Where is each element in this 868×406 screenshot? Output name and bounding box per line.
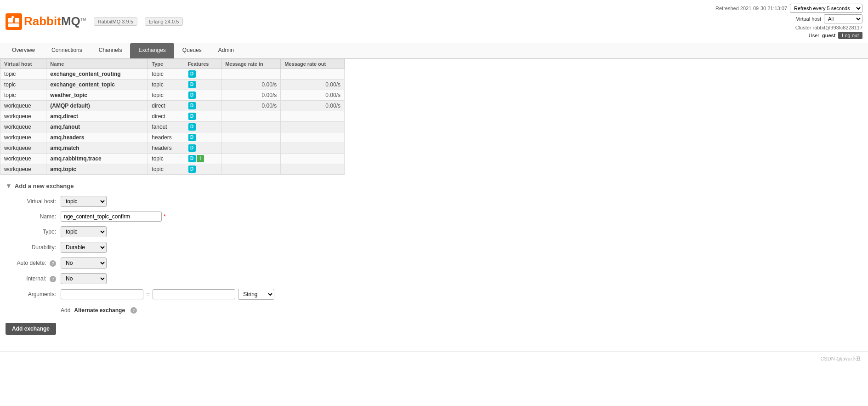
cell-name[interactable]: amq.topic xyxy=(50,166,76,172)
cell-rate-in xyxy=(221,111,281,122)
auto-delete-help[interactable]: ? xyxy=(50,260,56,267)
cell-features: D xyxy=(184,90,221,101)
args-eq: = xyxy=(146,291,150,298)
cell-rate-in xyxy=(221,154,281,164)
alternate-exchange-help[interactable]: ? xyxy=(130,307,137,314)
vhost-select[interactable]: All/topicworkqueue xyxy=(824,14,862,23)
cell-type: topic xyxy=(148,80,184,90)
arguments-form-row: Arguments: = StringNumberBoolean xyxy=(6,289,862,300)
nav-item-exchanges[interactable]: Exchanges xyxy=(130,43,174,58)
table-row: topicexchange_content_topictopicD0.00/s0… xyxy=(0,80,345,90)
cell-rate-out: 0.00/s xyxy=(281,101,345,111)
cell-type: direct xyxy=(148,101,184,111)
cell-name[interactable]: amq.direct xyxy=(50,113,78,120)
cell-type: topic xyxy=(148,154,184,164)
cell-type: fanout xyxy=(148,122,184,132)
required-star: * xyxy=(164,213,166,220)
nav-item-channels[interactable]: Channels xyxy=(91,43,130,58)
durability-form-select[interactable]: DurableTransient xyxy=(61,242,107,253)
cluster-row: Cluster rabbit@993fc8228117 xyxy=(795,25,862,30)
cell-name[interactable]: exchange_content_topic xyxy=(50,81,115,88)
args-type-select[interactable]: StringNumberBoolean xyxy=(238,289,274,300)
type-form-row: Type: topicdirectfanoutheaders xyxy=(6,226,862,237)
cell-features: D xyxy=(184,69,221,80)
cell-features: D xyxy=(184,164,221,175)
cell-vhost: workqueue xyxy=(0,122,46,132)
table-row: workqueueamq.topictopicD xyxy=(0,164,345,175)
cell-rate-in: 0.00/s xyxy=(221,90,281,101)
cell-rate-in: 0.00/s xyxy=(221,80,281,90)
cell-name[interactable]: amq.rabbitmq.trace xyxy=(50,155,101,162)
erlang-badge: Erlang 24.0.5 xyxy=(145,17,183,26)
table-row: workqueueamq.headersheadersD xyxy=(0,132,345,143)
args-key-input[interactable] xyxy=(61,289,143,299)
durability-form-label: Durability: xyxy=(6,244,61,251)
nav-item-admin[interactable]: Admin xyxy=(210,43,242,58)
logout-button[interactable]: Log out xyxy=(838,32,862,39)
table-row: workqueue(AMQP default)directD0.00/s0.00… xyxy=(0,101,345,111)
cell-rate-in: 0.00/s xyxy=(221,101,281,111)
logo-mq: MQ xyxy=(61,14,80,28)
cell-rate-out: 0.00/s xyxy=(281,90,345,101)
cell-name[interactable]: weather_topic xyxy=(50,92,87,98)
alternate-exchange-label: Alternate exchange xyxy=(74,307,125,314)
cell-rate-in xyxy=(221,143,281,154)
nav-item-connections[interactable]: Connections xyxy=(43,43,91,58)
cell-rate-out: 0.00/s xyxy=(281,80,345,90)
cell-name[interactable]: (AMQP default) xyxy=(50,103,90,109)
header-right: Refreshed 2021-09-30 21:13:07 Refresh ev… xyxy=(715,4,862,39)
cell-rate-out xyxy=(281,154,345,164)
cell-name[interactable]: amq.fanout xyxy=(50,124,80,130)
add-exchange-header[interactable]: ▼ Add a new exchange xyxy=(6,182,862,189)
user-label: User xyxy=(809,33,819,38)
cell-type: headers xyxy=(148,143,184,154)
arguments-form-label: Arguments: xyxy=(6,291,61,297)
col-features: Features xyxy=(184,59,221,69)
feature-badge-d: D xyxy=(188,113,196,120)
feature-badge-d: D xyxy=(188,70,196,78)
table-header-row: Virtual host Name Type Features Message … xyxy=(0,59,345,69)
durability-form-row: Durability: DurableTransient xyxy=(6,242,862,253)
cell-name[interactable]: amq.match xyxy=(50,145,79,151)
cell-vhost: topic xyxy=(0,69,46,80)
cell-vhost: workqueue xyxy=(0,164,46,175)
cell-vhost: workqueue xyxy=(0,111,46,122)
nav-item-queues[interactable]: Queues xyxy=(174,43,210,58)
name-input[interactable] xyxy=(61,212,162,222)
vhost-row: Virtual host All/topicworkqueue xyxy=(796,14,862,23)
footer: CSDN @java小丑 xyxy=(0,351,868,366)
cell-features: D xyxy=(184,111,221,122)
cell-features: D xyxy=(184,122,221,132)
type-form-select[interactable]: topicdirectfanoutheaders xyxy=(61,226,107,237)
table-row: workqueueamq.matchheadersD xyxy=(0,143,345,154)
add-exchange-form: Virtual host: topic/workqueue Name: * Ty… xyxy=(6,196,862,314)
args-val-input[interactable] xyxy=(153,289,235,299)
svg-rect-2 xyxy=(15,18,19,23)
cell-vhost: topic xyxy=(0,80,46,90)
internal-form-select[interactable]: NoYes xyxy=(61,273,107,284)
add-exchange-button[interactable]: Add exchange xyxy=(6,323,56,335)
vhost-form-select[interactable]: topic/workqueue xyxy=(61,196,107,207)
col-vhost: Virtual host xyxy=(0,59,46,69)
name-form-label: Name: xyxy=(6,213,61,220)
auto-delete-form-select[interactable]: NoYes xyxy=(61,257,107,269)
cell-name[interactable]: amq.headers xyxy=(50,134,84,141)
exchanges-table-container: Virtual host Name Type Features Message … xyxy=(0,59,868,175)
add-exchange-title: Add a new exchange xyxy=(15,183,74,189)
args-row: = StringNumberBoolean xyxy=(61,289,274,300)
refresh-select[interactable]: Refresh every 5 secondsRefresh every 10 … xyxy=(790,4,862,13)
vhost-form-label: Virtual host: xyxy=(6,198,61,205)
cell-rate-out xyxy=(281,122,345,132)
exchanges-table: Virtual host Name Type Features Message … xyxy=(0,59,345,175)
internal-help[interactable]: ? xyxy=(50,276,56,282)
feature-badge-d: D xyxy=(188,155,196,162)
cell-name[interactable]: exchange_content_routing xyxy=(50,71,120,77)
user-row: User guest Log out xyxy=(809,32,862,39)
nav-item-overview[interactable]: Overview xyxy=(4,43,43,58)
logo-rabbit: Rabbit xyxy=(24,14,61,28)
feature-badge-d: D xyxy=(188,123,196,131)
cell-vhost: topic xyxy=(0,90,46,101)
refresh-row: Refreshed 2021-09-30 21:13:07 Refresh ev… xyxy=(715,4,862,13)
add-arg-form-row: Add Alternate exchange ? xyxy=(6,304,862,314)
add-arg-link[interactable]: Add xyxy=(61,307,70,314)
